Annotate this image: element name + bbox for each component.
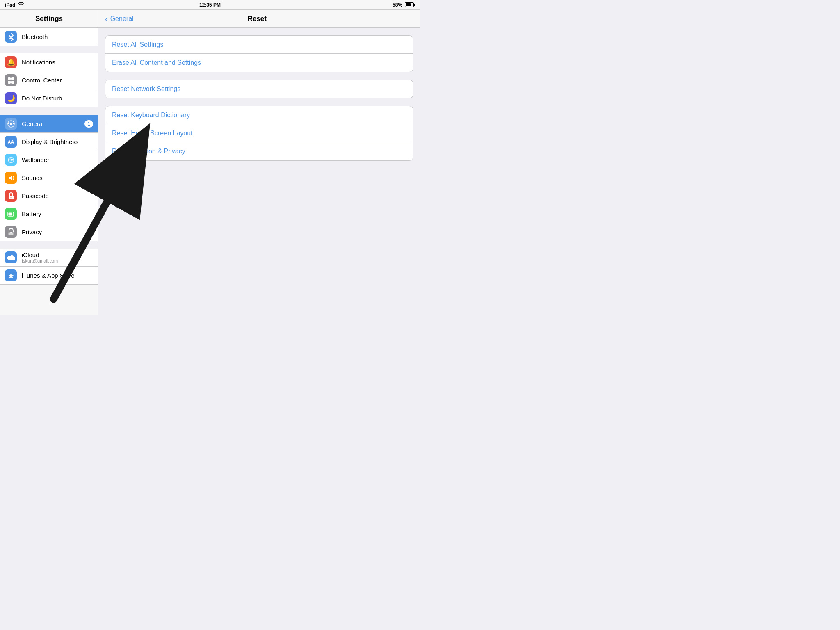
reset-home-screen-item[interactable]: Reset Home Screen Layout: [105, 124, 413, 142]
bluetooth-icon: [5, 31, 17, 43]
reset-all-settings-item[interactable]: Reset All Settings: [105, 36, 413, 54]
reset-keyboard-label: Reset Keyboard Dictionary: [112, 112, 190, 119]
sounds-icon: [5, 172, 17, 184]
reset-network-item[interactable]: Reset Network Settings: [105, 80, 413, 98]
sidebar-item-bluetooth[interactable]: Bluetooth: [0, 28, 98, 46]
wallpaper-label: Wallpaper: [22, 156, 93, 163]
svg-marker-11: [9, 176, 12, 180]
wifi-icon: [18, 2, 24, 8]
sidebar-item-wallpaper[interactable]: Wallpaper: [0, 151, 98, 169]
erase-all-item[interactable]: Erase All Content and Settings: [105, 54, 413, 72]
bluetooth-label: Bluetooth: [22, 33, 93, 40]
control-center-icon: [5, 74, 17, 86]
control-center-label: Control Center: [22, 77, 93, 84]
sidebar-item-general[interactable]: General 1: [0, 115, 98, 133]
display-label: Display & Brightness: [22, 138, 93, 145]
status-bar: iPad 12:35 PM 58%: [0, 0, 420, 10]
svg-rect-16: [14, 213, 14, 215]
reset-group-2: Reset Network Settings: [105, 80, 413, 98]
sounds-label: Sounds: [22, 174, 93, 181]
ipad-label: iPad: [5, 2, 15, 8]
content-panel: ‹ General Reset Reset All Settings Erase…: [98, 10, 420, 315]
sidebar-title: Settings: [35, 15, 63, 23]
do-not-disturb-icon: 🌙: [5, 92, 17, 104]
sidebar-item-sounds[interactable]: Sounds: [0, 169, 98, 187]
svg-point-10: [8, 157, 14, 163]
appstore-icon: [5, 269, 17, 281]
sidebar-item-control-center[interactable]: Control Center: [0, 71, 98, 89]
status-left: iPad: [5, 2, 24, 8]
sidebar: Settings Bluetooth 🔔 Notifications: [0, 10, 98, 315]
back-button[interactable]: ‹ General: [105, 15, 134, 23]
section-gap-3: [0, 241, 98, 249]
reset-home-screen-label: Reset Home Screen Layout: [112, 130, 193, 137]
battery-label: Battery: [22, 210, 93, 217]
privacy-label: Privacy: [22, 228, 93, 235]
back-label: General: [110, 15, 134, 23]
svg-point-13: [10, 197, 11, 198]
svg-rect-0: [8, 77, 11, 80]
sidebar-item-privacy[interactable]: Privacy: [0, 223, 98, 241]
status-right: 58%: [393, 2, 415, 8]
reset-location-item[interactable]: Reset Location & Privacy: [105, 142, 413, 160]
reset-group-1: Reset All Settings Erase All Content and…: [105, 35, 413, 72]
itunes-label: iTunes & App Store: [22, 272, 93, 279]
section-gap-1: [0, 46, 98, 53]
content-body: Reset All Settings Erase All Content and…: [98, 28, 420, 315]
svg-rect-2: [8, 81, 11, 84]
notifications-label: Notifications: [22, 59, 93, 66]
general-label: General: [22, 120, 82, 127]
back-chevron-icon: ‹: [105, 15, 108, 23]
sidebar-item-notifications[interactable]: 🔔 Notifications: [0, 53, 98, 71]
icloud-label: iCloud: [22, 251, 93, 258]
reset-location-label: Reset Location & Privacy: [112, 148, 185, 155]
content-header: ‹ General Reset: [98, 10, 420, 28]
status-time: 12:35 PM: [199, 2, 221, 8]
sidebar-item-itunes[interactable]: iTunes & App Store: [0, 267, 98, 285]
sidebar-item-icloud[interactable]: iCloud fskurt@gmail.com: [0, 249, 98, 267]
privacy-icon: [5, 226, 17, 238]
notifications-icon: 🔔: [5, 56, 17, 68]
svg-rect-3: [11, 81, 14, 84]
general-badge: 1: [84, 120, 93, 128]
general-icon: [5, 118, 17, 130]
sidebar-item-display[interactable]: AA Display & Brightness: [0, 133, 98, 151]
erase-all-label: Erase All Content and Settings: [112, 59, 201, 66]
icloud-text: iCloud fskurt@gmail.com: [22, 251, 93, 263]
sidebar-header: Settings: [0, 10, 98, 28]
reset-network-label: Reset Network Settings: [112, 85, 180, 93]
svg-rect-1: [11, 77, 14, 80]
wallpaper-icon: [5, 154, 17, 166]
sidebar-item-battery[interactable]: Battery: [0, 205, 98, 223]
content-title: Reset: [134, 15, 381, 23]
display-icon: AA: [5, 136, 17, 148]
icloud-icon: [5, 251, 17, 263]
passcode-icon: [5, 190, 17, 202]
section-gap-2: [0, 107, 98, 115]
main-layout: Settings Bluetooth 🔔 Notifications: [0, 10, 420, 315]
passcode-label: Passcode: [22, 192, 93, 199]
sidebar-item-do-not-disturb[interactable]: 🌙 Do Not Disturb: [0, 89, 98, 107]
battery-icon: [405, 2, 415, 7]
battery-sidebar-icon: [5, 208, 17, 220]
reset-all-settings-label: Reset All Settings: [112, 41, 163, 48]
do-not-disturb-label: Do Not Disturb: [22, 95, 93, 102]
reset-keyboard-item[interactable]: Reset Keyboard Dictionary: [105, 106, 413, 124]
sidebar-content: Bluetooth 🔔 Notifications: [0, 28, 98, 315]
battery-percent: 58%: [393, 2, 402, 8]
sidebar-item-passcode[interactable]: Passcode: [0, 187, 98, 205]
reset-group-3: Reset Keyboard Dictionary Reset Home Scr…: [105, 106, 413, 161]
icloud-subtitle: fskurt@gmail.com: [22, 258, 93, 263]
svg-rect-15: [8, 212, 12, 215]
svg-point-5: [10, 123, 12, 125]
